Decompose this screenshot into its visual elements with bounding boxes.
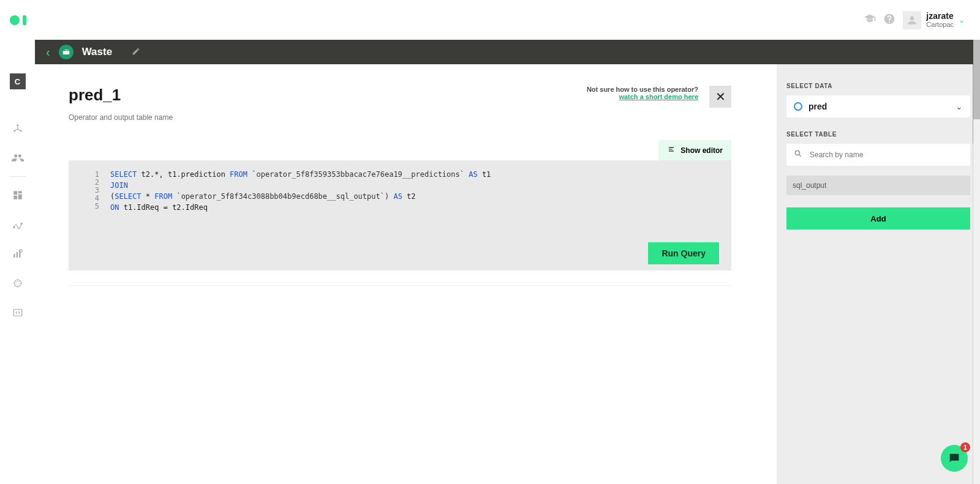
demo-link[interactable]: watch a short demo here: [619, 93, 698, 100]
table-search-input[interactable]: [809, 150, 963, 160]
svg-point-8: [20, 223, 21, 224]
show-editor-label: Show editor: [680, 146, 723, 155]
svg-point-1: [13, 130, 15, 132]
close-button[interactable]: ✕: [709, 86, 731, 108]
svg-rect-14: [13, 310, 22, 316]
edit-title-button[interactable]: [132, 47, 140, 58]
back-button[interactable]: ‹: [46, 45, 50, 59]
svg-rect-4: [18, 191, 21, 193]
search-icon: [794, 149, 802, 160]
select-data-label: SELECT DATA: [786, 83, 970, 89]
project-badge-icon: [59, 45, 74, 59]
nav-analytics-icon[interactable]: [10, 247, 25, 261]
svg-point-7: [13, 226, 14, 228]
chat-fab[interactable]: 1: [941, 445, 968, 472]
page-scrollbar[interactable]: [973, 40, 980, 484]
user-org: Cartopac: [926, 21, 954, 29]
project-title: Waste: [82, 46, 112, 58]
svg-point-0: [17, 124, 18, 126]
project-initial-badge[interactable]: C: [10, 73, 26, 89]
page-subtitle: Operator and output table name: [69, 113, 173, 122]
demo-prompt: Not sure how to use this operator?: [587, 86, 698, 93]
nav-node-icon[interactable]: [10, 121, 25, 136]
right-panel: SELECT DATA pred ⌄ SELECT TABLE sql_outp…: [777, 64, 980, 484]
table-row[interactable]: sql_output: [786, 176, 970, 195]
nav-dashboard-icon[interactable]: [10, 188, 25, 203]
nav-model-icon[interactable]: [10, 217, 25, 232]
user-menu[interactable]: jzarate Cartopac ⌄: [903, 11, 965, 29]
app-logo[interactable]: [10, 15, 26, 25]
svg-rect-3: [13, 191, 17, 195]
show-editor-button[interactable]: Show editor: [658, 140, 731, 160]
chevron-down-icon: ⌄: [959, 16, 965, 24]
add-button[interactable]: Add: [786, 207, 970, 229]
svg-point-15: [795, 151, 799, 155]
page-scrollbar-thumb[interactable]: [973, 40, 980, 119]
user-name: jzarate: [926, 11, 954, 21]
divider: [69, 285, 731, 286]
sql-gutter: 1 2 3 4 5: [69, 160, 105, 270]
run-query-button[interactable]: Run Query: [648, 242, 719, 264]
sql-editor[interactable]: 1 2 3 4 5 SELECT t2.*, t1.prediction FRO…: [69, 160, 731, 270]
table-search[interactable]: [786, 144, 970, 166]
nav-users-icon[interactable]: [10, 151, 25, 165]
logo-dot-icon: [10, 15, 20, 25]
svg-point-2: [20, 130, 21, 132]
data-source-icon: [794, 102, 802, 111]
chat-badge: 1: [960, 442, 970, 452]
help-icon[interactable]: [883, 13, 895, 28]
select-data-dropdown[interactable]: pred ⌄: [786, 95, 970, 117]
rail-separator: [9, 176, 26, 177]
nav-brain-icon[interactable]: [10, 276, 25, 291]
left-rail: C: [0, 40, 35, 484]
svg-rect-10: [16, 252, 17, 258]
project-bar: ‹ Waste: [35, 40, 980, 64]
select-table-label: SELECT TABLE: [786, 131, 970, 138]
sql-code[interactable]: SELECT t2.*, t1.prediction FROM `operato…: [105, 160, 731, 270]
svg-rect-9: [13, 254, 15, 258]
editor-toggle-icon: [667, 145, 676, 155]
nav-code-icon[interactable]: [10, 305, 25, 320]
svg-rect-6: [13, 196, 17, 199]
academy-icon[interactable]: [864, 13, 876, 28]
page-title: pred_1: [69, 86, 173, 105]
chevron-down-icon: ⌄: [956, 102, 963, 111]
svg-rect-5: [18, 195, 21, 199]
logo-bar-icon: [23, 15, 26, 25]
avatar-icon: [903, 11, 921, 29]
select-data-value: pred: [809, 102, 827, 111]
